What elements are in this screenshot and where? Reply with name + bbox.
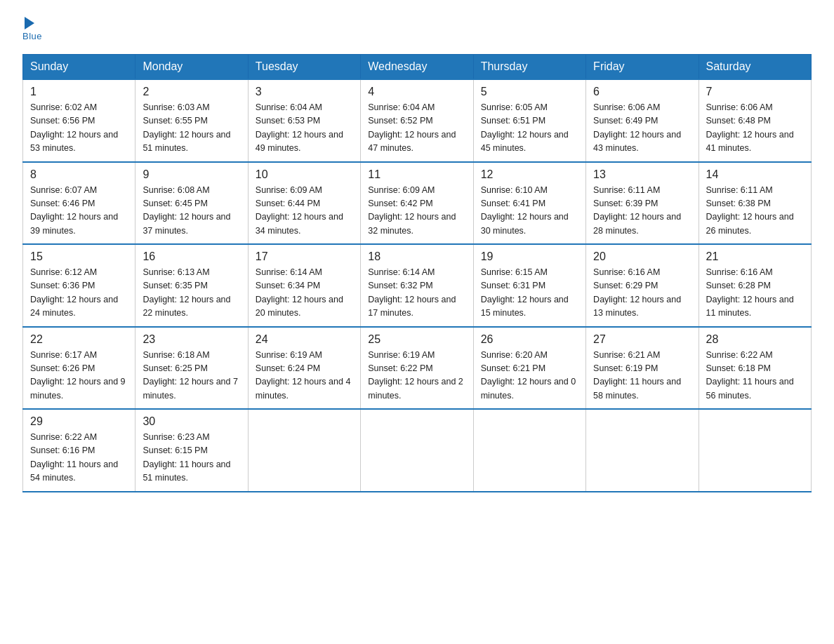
daylight-label: Daylight: 12 hours and 11 minutes. — [706, 295, 794, 318]
logo-underline: Blue — [22, 31, 42, 41]
sunrise-label: Sunrise: 6:19 AM — [368, 350, 435, 360]
daylight-label: Daylight: 12 hours and 47 minutes. — [368, 130, 456, 153]
sunset-label: Sunset: 6:52 PM — [368, 116, 432, 126]
calendar-week-row: 29 Sunrise: 6:22 AM Sunset: 6:16 PM Dayl… — [23, 409, 812, 492]
calendar-week-row: 15 Sunrise: 6:12 AM Sunset: 6:36 PM Dayl… — [23, 244, 812, 327]
sunrise-label: Sunrise: 6:19 AM — [256, 350, 322, 360]
calendar-cell: 14 Sunrise: 6:11 AM Sunset: 6:38 PM Dayl… — [699, 162, 811, 245]
day-info: Sunrise: 6:12 AM Sunset: 6:36 PM Dayligh… — [30, 266, 128, 321]
calendar-cell: 15 Sunrise: 6:12 AM Sunset: 6:36 PM Dayl… — [23, 244, 135, 327]
sunset-label: Sunset: 6:38 PM — [706, 199, 771, 208]
day-number: 23 — [143, 333, 240, 346]
day-info: Sunrise: 6:18 AM Sunset: 6:25 PM Dayligh… — [143, 349, 240, 403]
day-number: 16 — [143, 250, 240, 263]
calendar-cell — [248, 409, 360, 492]
sunrise-label: Sunrise: 6:16 AM — [706, 267, 773, 277]
sunrise-label: Sunrise: 6:17 AM — [30, 350, 97, 360]
calendar-cell: 1 Sunrise: 6:02 AM Sunset: 6:56 PM Dayli… — [23, 79, 135, 162]
calendar-cell: 29 Sunrise: 6:22 AM Sunset: 6:16 PM Dayl… — [23, 409, 135, 492]
sunrise-label: Sunrise: 6:22 AM — [706, 350, 773, 360]
sunset-label: Sunset: 6:48 PM — [706, 116, 771, 126]
sunrise-label: Sunrise: 6:14 AM — [368, 267, 435, 277]
calendar-cell: 25 Sunrise: 6:19 AM Sunset: 6:22 PM Dayl… — [361, 327, 473, 410]
day-info: Sunrise: 6:11 AM Sunset: 6:39 PM Dayligh… — [593, 184, 691, 239]
daylight-label: Daylight: 12 hours and 53 minutes. — [30, 130, 118, 153]
day-number: 22 — [30, 333, 128, 346]
day-number: 18 — [368, 250, 465, 263]
sunrise-label: Sunrise: 6:04 AM — [368, 102, 435, 112]
calendar-cell: 28 Sunrise: 6:22 AM Sunset: 6:18 PM Dayl… — [699, 327, 811, 410]
calendar-cell — [699, 409, 811, 492]
sunset-label: Sunset: 6:22 PM — [368, 363, 432, 373]
weekday-header-wednesday: Wednesday — [361, 55, 473, 80]
sunrise-label: Sunrise: 6:11 AM — [706, 185, 773, 195]
day-info: Sunrise: 6:23 AM Sunset: 6:15 PM Dayligh… — [143, 431, 240, 485]
calendar-cell: 23 Sunrise: 6:18 AM Sunset: 6:25 PM Dayl… — [135, 327, 248, 410]
sunrise-label: Sunrise: 6:20 AM — [481, 350, 548, 360]
daylight-label: Daylight: 12 hours and 2 minutes. — [368, 377, 463, 400]
sunset-label: Sunset: 6:32 PM — [368, 281, 432, 290]
day-number: 1 — [30, 86, 128, 98]
sunset-label: Sunset: 6:49 PM — [593, 116, 658, 126]
logo: Blue — [22, 17, 42, 41]
daylight-label: Daylight: 12 hours and 45 minutes. — [481, 130, 569, 153]
calendar-cell: 3 Sunrise: 6:04 AM Sunset: 6:53 PM Dayli… — [248, 79, 360, 162]
day-number: 13 — [593, 168, 691, 181]
sunset-label: Sunset: 6:21 PM — [481, 363, 545, 373]
sunrise-label: Sunrise: 6:14 AM — [256, 267, 322, 277]
sunrise-label: Sunrise: 6:07 AM — [30, 185, 97, 195]
calendar-table: SundayMondayTuesdayWednesdayThursdayFrid… — [22, 54, 812, 492]
day-number: 4 — [368, 86, 465, 98]
day-info: Sunrise: 6:22 AM Sunset: 6:18 PM Dayligh… — [706, 349, 804, 403]
day-number: 17 — [256, 250, 353, 263]
weekday-header-monday: Monday — [135, 55, 248, 80]
day-info: Sunrise: 6:02 AM Sunset: 6:56 PM Dayligh… — [30, 101, 128, 156]
day-number: 21 — [706, 250, 804, 263]
daylight-label: Daylight: 12 hours and 0 minutes. — [481, 377, 576, 400]
daylight-label: Daylight: 12 hours and 30 minutes. — [481, 212, 569, 235]
calendar-cell: 21 Sunrise: 6:16 AM Sunset: 6:28 PM Dayl… — [699, 244, 811, 327]
calendar-week-row: 8 Sunrise: 6:07 AM Sunset: 6:46 PM Dayli… — [23, 162, 812, 245]
sunset-label: Sunset: 6:18 PM — [706, 363, 771, 373]
daylight-label: Daylight: 12 hours and 17 minutes. — [368, 295, 456, 318]
calendar-week-row: 22 Sunrise: 6:17 AM Sunset: 6:26 PM Dayl… — [23, 327, 812, 410]
day-info: Sunrise: 6:15 AM Sunset: 6:31 PM Dayligh… — [481, 266, 578, 321]
weekday-header-tuesday: Tuesday — [248, 55, 360, 80]
calendar-cell: 30 Sunrise: 6:23 AM Sunset: 6:15 PM Dayl… — [135, 409, 248, 492]
calendar-cell: 8 Sunrise: 6:07 AM Sunset: 6:46 PM Dayli… — [23, 162, 135, 245]
sunset-label: Sunset: 6:41 PM — [481, 199, 545, 208]
day-info: Sunrise: 6:07 AM Sunset: 6:46 PM Dayligh… — [30, 184, 128, 239]
day-number: 7 — [706, 86, 804, 98]
weekday-header-saturday: Saturday — [699, 55, 811, 80]
day-info: Sunrise: 6:03 AM Sunset: 6:55 PM Dayligh… — [143, 101, 240, 156]
sunrise-label: Sunrise: 6:04 AM — [256, 102, 322, 112]
weekday-header-row: SundayMondayTuesdayWednesdayThursdayFrid… — [23, 55, 812, 80]
calendar-cell — [586, 409, 699, 492]
sunrise-label: Sunrise: 6:02 AM — [30, 102, 97, 112]
daylight-label: Daylight: 12 hours and 20 minutes. — [256, 295, 343, 318]
day-number: 28 — [706, 333, 804, 346]
day-info: Sunrise: 6:09 AM Sunset: 6:44 PM Dayligh… — [256, 184, 353, 239]
daylight-label: Daylight: 12 hours and 7 minutes. — [143, 377, 238, 400]
day-number: 12 — [481, 168, 578, 181]
calendar-cell: 12 Sunrise: 6:10 AM Sunset: 6:41 PM Dayl… — [473, 162, 585, 245]
sunrise-label: Sunrise: 6:15 AM — [481, 267, 548, 277]
day-info: Sunrise: 6:19 AM Sunset: 6:22 PM Dayligh… — [368, 349, 465, 403]
weekday-header-thursday: Thursday — [473, 55, 585, 80]
day-number: 11 — [368, 168, 465, 181]
sunset-label: Sunset: 6:39 PM — [593, 199, 658, 208]
calendar-cell — [361, 409, 473, 492]
daylight-label: Daylight: 12 hours and 22 minutes. — [143, 295, 230, 318]
calendar-cell: 17 Sunrise: 6:14 AM Sunset: 6:34 PM Dayl… — [248, 244, 360, 327]
daylight-label: Daylight: 12 hours and 49 minutes. — [256, 130, 343, 153]
calendar-cell: 4 Sunrise: 6:04 AM Sunset: 6:52 PM Dayli… — [361, 79, 473, 162]
daylight-label: Daylight: 12 hours and 37 minutes. — [143, 212, 230, 235]
daylight-label: Daylight: 12 hours and 32 minutes. — [368, 212, 456, 235]
calendar-cell: 10 Sunrise: 6:09 AM Sunset: 6:44 PM Dayl… — [248, 162, 360, 245]
day-number: 26 — [481, 333, 578, 346]
day-info: Sunrise: 6:04 AM Sunset: 6:52 PM Dayligh… — [368, 101, 465, 156]
day-info: Sunrise: 6:21 AM Sunset: 6:19 PM Dayligh… — [593, 349, 691, 403]
daylight-label: Daylight: 12 hours and 43 minutes. — [593, 130, 681, 153]
logo-arrow-icon — [25, 17, 34, 29]
day-info: Sunrise: 6:16 AM Sunset: 6:28 PM Dayligh… — [706, 266, 804, 321]
